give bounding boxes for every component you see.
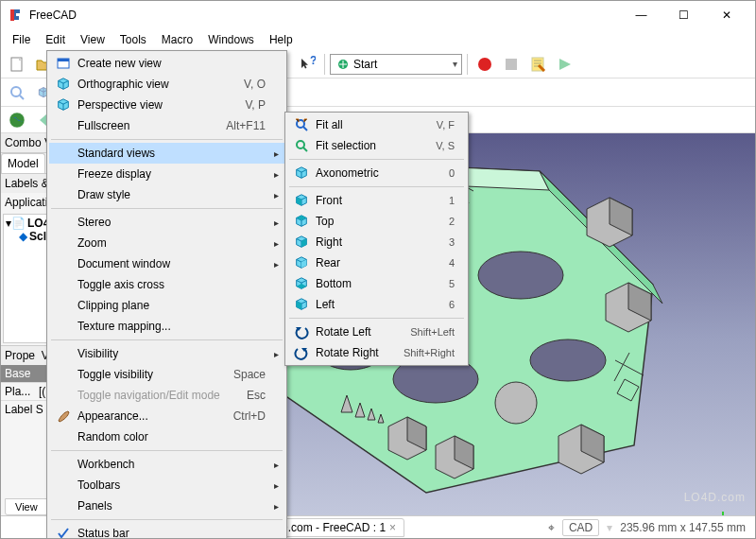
macro-play-button[interactable] bbox=[552, 52, 576, 77]
view-menu-appearance-[interactable]: Appearance...Ctrl+D bbox=[49, 406, 284, 426]
view-menu-toolbars[interactable]: Toolbars bbox=[49, 475, 284, 496]
menubar: File Edit View Tools Macro Windows Help bbox=[1, 29, 755, 50]
view-menu-toggle-visibility[interactable]: Toggle visibilitySpace bbox=[49, 364, 284, 385]
stdview-axonometric[interactable]: Axonometric0 bbox=[287, 163, 466, 183]
view-menu-freeze-display[interactable]: Freeze display bbox=[49, 164, 284, 184]
blank bbox=[53, 456, 74, 473]
blank bbox=[53, 297, 74, 314]
menu-view[interactable]: View bbox=[73, 31, 112, 48]
stdview-fit-all[interactable]: Fit allV, F bbox=[287, 114, 466, 135]
view-menu-texture-mapping-[interactable]: Texture mapping... bbox=[49, 316, 284, 337]
prop-label[interactable]: Label S bbox=[1, 401, 47, 418]
stdview-right[interactable]: Right3 bbox=[287, 232, 466, 252]
view-menu-standard-views[interactable]: Standard views bbox=[49, 143, 284, 164]
blank bbox=[53, 255, 74, 272]
view-menu-random-color[interactable]: Random color bbox=[49, 426, 284, 447]
macro-list-button[interactable] bbox=[525, 52, 550, 77]
menu-tools[interactable]: Tools bbox=[112, 31, 154, 48]
doc-tab-close[interactable]: × bbox=[389, 521, 396, 534]
menu-label: Document window bbox=[74, 257, 266, 270]
submenu-label: Axonometric bbox=[312, 166, 449, 180]
menu-label: Panels bbox=[74, 499, 266, 513]
menu-label: Fullscreen bbox=[74, 119, 226, 132]
submenu-label: Rear bbox=[312, 256, 449, 270]
menu-label: Toggle axis cross bbox=[74, 278, 266, 291]
whatsthis-button[interactable]: ? bbox=[295, 52, 319, 77]
new-button[interactable] bbox=[5, 52, 29, 77]
cube-axo-icon bbox=[291, 165, 312, 182]
stdview-rotate-left[interactable]: Rotate LeftShift+Left bbox=[287, 322, 466, 342]
part-icon: ◆ bbox=[19, 230, 27, 243]
model-tab[interactable]: Model bbox=[1, 153, 45, 173]
blank bbox=[53, 276, 74, 293]
submenu-label: Top bbox=[312, 215, 449, 228]
submenu-accel: 0 bbox=[449, 167, 455, 179]
menu-label: Draw style bbox=[74, 188, 266, 201]
menu-windows[interactable]: Windows bbox=[200, 31, 262, 48]
svg-rect-33 bbox=[58, 59, 69, 61]
menu-label: Create new view bbox=[74, 57, 266, 70]
view-menu-toggle-navigation-edit-mode[interactable]: Toggle navigation/Edit modeEsc bbox=[49, 385, 284, 406]
stdview-left[interactable]: Left6 bbox=[287, 294, 466, 315]
view-menu-document-window[interactable]: Document window bbox=[49, 253, 284, 274]
view-tab[interactable]: View bbox=[5, 498, 48, 515]
blank bbox=[53, 345, 74, 362]
submenu-label: Front bbox=[312, 194, 449, 207]
blank bbox=[53, 145, 74, 162]
stdview-fit-selection[interactable]: Fit selectionV, S bbox=[287, 135, 466, 156]
view-menu-stereo[interactable]: Stereo bbox=[49, 212, 284, 233]
watermark: LO4D.com bbox=[684, 491, 746, 504]
view-menu-workbench[interactable]: Workbench bbox=[49, 454, 284, 475]
submenu-accel: Shift+Left bbox=[410, 326, 455, 338]
close-button[interactable]: ✕ bbox=[705, 1, 747, 29]
submenu-label: Bottom bbox=[312, 277, 449, 290]
view-menu-toggle-axis-cross[interactable]: Toggle axis cross bbox=[49, 274, 284, 295]
svg-rect-0 bbox=[10, 9, 14, 21]
svg-point-17 bbox=[11, 87, 21, 96]
macro-record-button[interactable] bbox=[472, 52, 497, 77]
globe-button[interactable] bbox=[5, 108, 29, 132]
blank bbox=[53, 477, 74, 494]
submenu-accel: 5 bbox=[449, 278, 455, 289]
view-menu-status-bar[interactable]: Status bar bbox=[49, 523, 284, 539]
menu-file[interactable]: File bbox=[5, 31, 38, 48]
menu-edit[interactable]: Edit bbox=[38, 31, 73, 48]
view-menu-orthographic-view[interactable]: Orthographic viewV, O bbox=[49, 74, 284, 95]
cube-top-icon bbox=[291, 213, 312, 230]
stdview-bottom[interactable]: Bottom5 bbox=[287, 273, 466, 294]
workbench-combo[interactable]: Start bbox=[330, 54, 462, 75]
rotate-right-icon bbox=[291, 344, 312, 361]
view-menu-create-new-view[interactable]: Create new view bbox=[49, 53, 284, 74]
stdview-rotate-right[interactable]: Rotate RightShift+Right bbox=[287, 342, 466, 363]
view-menu-clipping-plane[interactable]: Clipping plane bbox=[49, 295, 284, 316]
maximize-button[interactable]: ☐ bbox=[662, 1, 705, 29]
view-menu-perspective-view[interactable]: Perspective viewV, P bbox=[49, 95, 284, 115]
submenu-label: Fit all bbox=[312, 118, 437, 131]
menu-label: Toggle visibility bbox=[74, 368, 233, 381]
view-menu-draw-style[interactable]: Draw style bbox=[49, 184, 284, 205]
menu-macro[interactable]: Macro bbox=[154, 31, 200, 48]
svg-rect-15 bbox=[506, 59, 517, 70]
view-menu-zoom[interactable]: Zoom bbox=[49, 233, 284, 253]
macro-stop-button[interactable] bbox=[499, 52, 524, 77]
view-menu-fullscreen[interactable]: FullscreenAlt+F11 bbox=[49, 115, 284, 136]
nav-mode[interactable]: CAD bbox=[562, 519, 599, 536]
stdview-top[interactable]: Top2 bbox=[287, 211, 466, 232]
svg-text:?: ? bbox=[310, 56, 316, 67]
minimize-button[interactable]: — bbox=[620, 1, 662, 29]
submenu-accel: 1 bbox=[449, 195, 455, 206]
view-menu-panels[interactable]: Panels bbox=[49, 496, 284, 516]
fitall-icon bbox=[291, 116, 312, 133]
menu-help[interactable]: Help bbox=[262, 31, 301, 48]
svg-point-35 bbox=[297, 141, 304, 148]
cube-ortho-icon bbox=[53, 76, 74, 93]
blank bbox=[53, 497, 74, 514]
window-icon bbox=[53, 55, 74, 72]
view-menu-visibility[interactable]: Visibility bbox=[49, 343, 284, 364]
stdview-front[interactable]: Front1 bbox=[287, 190, 466, 211]
stdview-rear[interactable]: Rear4 bbox=[287, 252, 466, 273]
prop-placement[interactable]: Pla... bbox=[1, 383, 35, 400]
fit-button[interactable] bbox=[5, 80, 29, 105]
submenu-label: Left bbox=[312, 298, 449, 311]
property-label: Prope bbox=[5, 349, 35, 362]
